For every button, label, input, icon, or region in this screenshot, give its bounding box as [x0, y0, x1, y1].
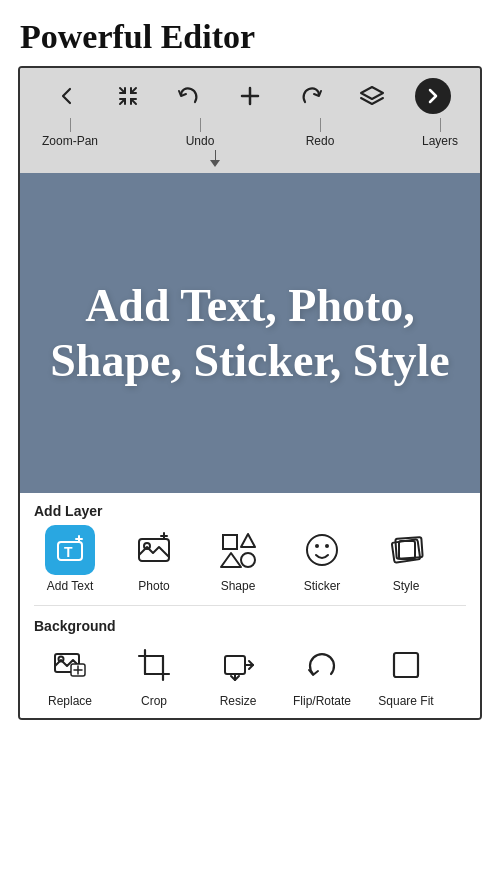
svg-marker-12 [221, 553, 241, 567]
bottom-panel: Add Layer T Add Text [20, 493, 480, 718]
crop-label: Crop [141, 694, 167, 708]
flip-rotate-tool[interactable]: Flip/Rotate [280, 640, 364, 708]
resize-label: Resize [220, 694, 257, 708]
add-layer-tools: T Add Text [20, 525, 480, 603]
svg-rect-30 [145, 656, 163, 674]
square-fit-tool[interactable]: Square Fit [364, 640, 448, 708]
resize-icon [213, 640, 263, 690]
svg-point-16 [315, 544, 319, 548]
toolbar-icons-row [20, 68, 480, 118]
svg-text:T: T [64, 544, 73, 560]
add-icon[interactable] [232, 78, 268, 114]
sticker-tool[interactable]: Sticker [280, 525, 364, 593]
replace-icon [45, 640, 95, 690]
undo-icon[interactable] [171, 78, 207, 114]
next-icon[interactable] [415, 78, 451, 114]
svg-rect-34 [394, 653, 418, 677]
background-title: Background [20, 608, 480, 640]
undo-arrow [20, 150, 480, 173]
background-section: Background Replace [20, 608, 480, 718]
background-tools: Replace Crop [20, 640, 480, 718]
canvas-area: Add Text, Photo, Shape, Sticker, Style [20, 173, 480, 493]
toolbar: Zoom-Pan Undo Redo Layers [20, 68, 480, 173]
editor-container: Zoom-Pan Undo Redo Layers [18, 66, 482, 720]
undo-label-group: Undo [170, 118, 230, 148]
layers-label-group: Layers [410, 118, 470, 148]
add-text-label: Add Text [47, 579, 93, 593]
add-text-icon: T [45, 525, 95, 575]
photo-icon [129, 525, 179, 575]
zoom-pan-label: Zoom-Pan [42, 134, 98, 148]
svg-rect-11 [223, 535, 237, 549]
redo-icon[interactable] [293, 78, 329, 114]
zoom-pan-icon[interactable] [110, 78, 146, 114]
replace-tool[interactable]: Replace [28, 640, 112, 708]
shape-label: Shape [221, 579, 256, 593]
add-text-tool[interactable]: T Add Text [28, 525, 112, 593]
undo-label: Undo [186, 134, 215, 148]
zoom-pan-label-group: Zoom-Pan [30, 118, 110, 148]
flip-rotate-label: Flip/Rotate [293, 694, 351, 708]
style-tool[interactable]: Style [364, 525, 448, 593]
redo-label: Redo [306, 134, 335, 148]
svg-rect-31 [225, 656, 245, 674]
sticker-icon [297, 525, 347, 575]
back-icon[interactable] [49, 78, 85, 114]
style-icon [381, 525, 431, 575]
section-divider [34, 605, 466, 606]
layers-label: Layers [422, 134, 458, 148]
svg-rect-20 [399, 541, 415, 559]
page-title: Powerful Editor [0, 0, 500, 66]
toolbar-labels-row: Zoom-Pan Undo Redo Layers [20, 118, 480, 150]
flip-rotate-icon [297, 640, 347, 690]
crop-tool[interactable]: Crop [112, 640, 196, 708]
shape-icon [213, 525, 263, 575]
replace-label: Replace [48, 694, 92, 708]
add-layer-section: Add Layer T Add Text [20, 493, 480, 603]
redo-label-group: Redo [290, 118, 350, 148]
layers-icon[interactable] [354, 78, 390, 114]
svg-marker-2 [361, 87, 383, 99]
shape-tool[interactable]: Shape [196, 525, 280, 593]
square-fit-icon [381, 640, 431, 690]
svg-marker-14 [241, 534, 255, 547]
square-fit-label: Square Fit [378, 694, 433, 708]
svg-point-17 [325, 544, 329, 548]
svg-point-15 [307, 535, 337, 565]
canvas-text: Add Text, Photo, Shape, Sticker, Style [40, 278, 460, 388]
resize-tool[interactable]: Resize [196, 640, 280, 708]
style-label: Style [393, 579, 420, 593]
photo-label: Photo [138, 579, 169, 593]
svg-rect-13 [241, 553, 255, 567]
add-layer-title: Add Layer [20, 493, 480, 525]
crop-icon [129, 640, 179, 690]
photo-tool[interactable]: Photo [112, 525, 196, 593]
sticker-label: Sticker [304, 579, 341, 593]
